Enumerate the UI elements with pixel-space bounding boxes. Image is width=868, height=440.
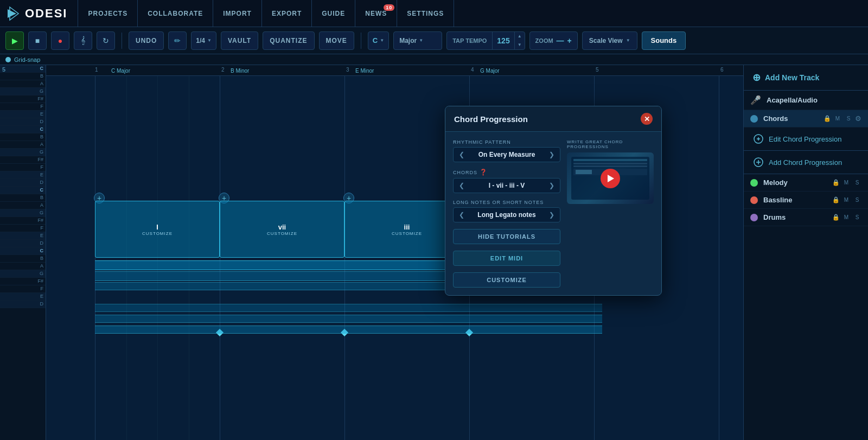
grid-snap-label: Grid-snap xyxy=(14,56,40,63)
modal-header: Chord Progression ✕ xyxy=(445,106,661,132)
scale-view-button[interactable]: Scale View ▼ xyxy=(582,31,637,50)
modal-close-button[interactable]: ✕ xyxy=(641,113,653,125)
zoom-out-button[interactable]: — xyxy=(557,36,564,45)
rhythmic-prev-button[interactable]: ❮ xyxy=(459,151,464,158)
chords-prev-button[interactable]: ❮ xyxy=(459,182,464,189)
chord-block-vii[interactable]: vii CUSTOMIZE xyxy=(220,201,344,258)
customize-button[interactable]: CUSTOMIZE xyxy=(453,272,560,288)
youtube-play-button[interactable] xyxy=(601,169,620,188)
chords-selector[interactable]: ❮ I - vii - iii - V ❯ xyxy=(453,178,560,193)
add-new-track-button[interactable]: ⊕ Add New Track xyxy=(744,65,868,91)
chords-help-icon[interactable]: ❓ xyxy=(480,169,488,175)
note-row: E xyxy=(0,293,46,301)
edit-midi-button[interactable]: EDIT MIDI xyxy=(453,251,560,266)
tempo-down-button[interactable]: ▼ xyxy=(515,41,525,49)
thumb-line xyxy=(573,165,647,167)
solo-button-bassline[interactable]: S xyxy=(853,197,861,203)
track-dot-melody xyxy=(750,179,758,187)
nav-import[interactable]: IMPORT xyxy=(213,0,262,27)
key-selector[interactable]: C ▼ xyxy=(368,31,389,50)
play-button[interactable]: ▶ xyxy=(5,31,24,50)
mute-button-drums[interactable]: M xyxy=(842,214,851,220)
rhythmic-next-button[interactable]: ❯ xyxy=(549,151,554,158)
nav-news[interactable]: NEWS 10 xyxy=(355,0,397,27)
nav-collaborate[interactable]: COLLABORATE xyxy=(137,0,213,27)
mute-button-chords[interactable]: M xyxy=(833,116,842,122)
chevron-down-icon: ▼ xyxy=(207,38,212,43)
tap-tempo-button[interactable]: TAP TEMPO xyxy=(447,32,493,49)
nav-settings[interactable]: SETTINGS xyxy=(397,0,454,27)
track-controls-chords: M S ⚙ xyxy=(833,114,861,123)
notes-prev-button[interactable]: ❮ xyxy=(459,211,464,219)
rhythmic-selector[interactable]: ❮ On Every Measure ❯ xyxy=(453,147,560,162)
settings-icon-chords[interactable]: ⚙ xyxy=(855,114,861,123)
scale-view-chevron-icon: ▼ xyxy=(626,38,630,43)
note-row: E xyxy=(0,171,46,179)
toolbar: ▶ ■ ● 𝄞 ↻ UNDO ✏ 1/4 ▼ VAULT QUANTIZE MO… xyxy=(0,27,868,54)
nav-export[interactable]: EXPORT xyxy=(261,0,312,27)
note-row: F xyxy=(0,285,46,293)
notes-next-button[interactable]: ❯ xyxy=(549,211,554,219)
move-button[interactable]: MOVE xyxy=(319,31,354,50)
note-row: D xyxy=(0,301,46,308)
record-button[interactable]: ● xyxy=(51,31,69,50)
loop-button[interactable]: ↻ xyxy=(97,31,115,50)
tempo-control: TAP TEMPO 125 ▲ ▼ xyxy=(446,31,525,50)
quantize-button[interactable]: QUANTIZE xyxy=(263,31,314,50)
undo-button[interactable]: UNDO xyxy=(129,31,164,50)
edit-chord-progression-button[interactable]: Edit Chord Progression xyxy=(744,127,868,151)
note-row: A xyxy=(0,80,46,88)
hide-tutorials-button[interactable]: HIDE TUTORIALS xyxy=(453,229,560,244)
add-chord-progression-button[interactable]: Add Chord Progression xyxy=(744,151,868,174)
measure-1: 1 xyxy=(95,67,98,73)
modal-action-buttons-2: EDIT MIDI xyxy=(453,251,560,266)
edit-icon xyxy=(752,133,764,145)
note-row: D xyxy=(0,240,46,247)
solo-button-melody[interactable]: S xyxy=(853,180,861,186)
chord-block-I[interactable]: I CUSTOMIZE xyxy=(95,201,220,258)
logo-icon xyxy=(5,5,23,22)
note-row: F xyxy=(0,103,46,111)
zoom-label: ZOOM xyxy=(535,37,553,44)
quantize-dropdown[interactable]: 1/4 ▼ xyxy=(191,31,216,50)
sounds-button[interactable]: Sounds xyxy=(642,31,686,50)
nav-guide[interactable]: GUIDE xyxy=(311,0,355,27)
rhythmic-label: RHYTHMIC PATTERN xyxy=(453,139,560,145)
grid-line xyxy=(344,76,345,440)
measure-6: 6 xyxy=(720,67,724,73)
track-dot-drums xyxy=(750,214,758,221)
section-5-num: 5 xyxy=(2,66,5,73)
chord-label-e: E Minor xyxy=(355,68,374,74)
mode-selector[interactable]: Major ▼ xyxy=(393,31,442,50)
edit-button[interactable]: ✏ xyxy=(168,31,187,50)
zoom-in-button[interactable]: + xyxy=(567,36,572,45)
vault-button[interactable]: VAULT xyxy=(221,31,258,50)
lock-icon-drums: 🔒 xyxy=(832,214,840,221)
track-melody[interactable]: Melody 🔒 M S xyxy=(744,174,868,192)
modal-action-buttons-3: CUSTOMIZE xyxy=(453,272,560,288)
chords-section: CHORDS ❓ ❮ I - vii - iii - V ❯ xyxy=(453,169,560,193)
chord-bar-2 xyxy=(95,304,602,312)
tempo-up-button[interactable]: ▲ xyxy=(515,32,525,41)
chord-customize-I: CUSTOMIZE xyxy=(142,231,173,236)
nav-projects[interactable]: PROJECTS xyxy=(78,0,138,27)
metronome-button[interactable]: 𝄞 xyxy=(74,31,92,50)
youtube-thumbnail[interactable] xyxy=(567,152,654,204)
note-row: G xyxy=(0,149,46,156)
track-drums[interactable]: Drums 🔒 M S xyxy=(744,209,868,226)
note-row: C xyxy=(0,247,46,255)
stop-button[interactable]: ■ xyxy=(28,31,47,50)
mute-button-bassline[interactable]: M xyxy=(842,197,851,203)
solo-button-chords[interactable]: S xyxy=(844,116,853,122)
mic-icon: 🎤 xyxy=(750,95,761,105)
chords-next-button[interactable]: ❯ xyxy=(549,182,554,189)
track-dot-chords xyxy=(750,115,758,123)
mute-button-melody[interactable]: M xyxy=(842,180,851,186)
track-chords[interactable]: Chords 🔒 M S ⚙ xyxy=(744,110,868,127)
chord-customize-vii: CUSTOMIZE xyxy=(267,231,297,236)
solo-button-drums[interactable]: S xyxy=(853,214,861,220)
note-row: C xyxy=(0,126,46,133)
track-bassline[interactable]: Bassline 🔒 M S xyxy=(744,192,868,209)
track-acapella[interactable]: 🎤 Acapella/Audio xyxy=(744,91,868,110)
notes-selector[interactable]: ❮ Long Legato notes ❯ xyxy=(453,207,560,222)
